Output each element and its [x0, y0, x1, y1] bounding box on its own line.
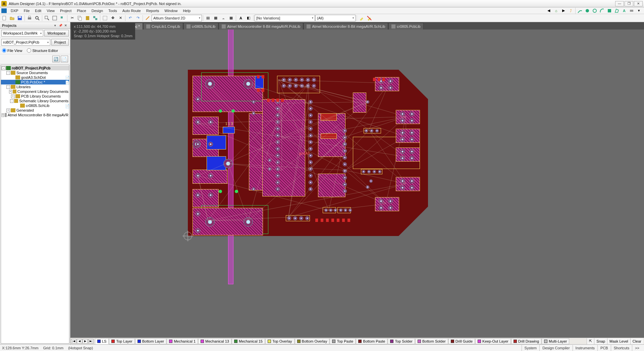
crossprobe-icon[interactable] — [144, 15, 151, 21]
layer-last-icon[interactable]: ▶| — [88, 339, 94, 344]
tree-node[interactable]: PCB.PcbDoc *📄 — [1, 80, 69, 84]
layer-tool-snap[interactable]: Snap — [594, 338, 607, 344]
layer-toggle-icon[interactable]: ◧ — [245, 15, 252, 21]
menu-design[interactable]: Design — [89, 8, 106, 13]
layer-tab[interactable]: Drill Guide — [448, 338, 475, 344]
doc-tab[interactable]: CmpLib1.CmpLib — [143, 23, 183, 30]
file-view-radio[interactable]: File View — [2, 48, 22, 53]
save-icon[interactable] — [16, 15, 23, 21]
project-tree[interactable]: -roBOT_Project.PrjPcb-Source Documentsgo… — [1, 65, 69, 344]
pcb-canvas[interactable]: 1 1 3 gostA3 — [70, 30, 644, 338]
status-btn-design-compiler[interactable]: Design Compiler — [539, 345, 572, 351]
place-component-icon[interactable] — [628, 7, 635, 14]
align-top-icon[interactable]: ▦ — [212, 15, 219, 21]
align-dist-h-icon[interactable]: ⫠ — [220, 15, 227, 21]
close-button[interactable]: ✕ — [634, 1, 643, 6]
layer-tool-mask-level[interactable]: Mask Level — [607, 338, 630, 344]
variations-combo[interactable]: [No Variations] — [255, 15, 315, 21]
layer-prev-icon[interactable]: ◀ — [77, 339, 82, 344]
dxp-icon[interactable] — [1, 8, 7, 13]
place-string-icon[interactable]: A — [621, 7, 628, 14]
open-icon[interactable] — [8, 15, 16, 21]
menu-auto-route[interactable]: Auto Route — [120, 8, 144, 13]
tree-expander-icon[interactable]: - — [6, 85, 10, 89]
tree-node[interactable]: cr0805.SchLib📄 — [1, 103, 69, 108]
place-dropdown-icon[interactable]: ▾ — [635, 7, 643, 14]
layer-tab[interactable]: Mechanical 13 — [198, 338, 231, 344]
layer-tab[interactable]: Top Overlay — [265, 338, 294, 344]
move-icon[interactable]: ✥ — [109, 15, 116, 21]
layer-tool-clear[interactable]: Clear — [630, 338, 643, 344]
print-icon[interactable] — [26, 15, 33, 21]
tree-expander-icon[interactable]: + — [11, 95, 15, 98]
doc-tab[interactable]: cr0805.SchLib — [183, 23, 218, 30]
highlight-icon[interactable] — [358, 15, 365, 21]
menu-edit[interactable]: Edit — [32, 8, 44, 13]
doc-tab[interactable]: Atmel Microcontroller 8-Bit megaAVR.SchL… — [304, 23, 388, 30]
new-doc-icon[interactable] — [1, 15, 8, 21]
filter-all-combo[interactable]: (All) — [315, 15, 356, 21]
maximize-button[interactable]: ❐ — [625, 1, 633, 6]
tree-node[interactable]: +Atmel Microcontroller 8-Bit megaAVR — [1, 113, 69, 117]
place-track-icon[interactable] — [576, 7, 584, 14]
project-button[interactable]: Project — [51, 39, 69, 46]
clear-highlight-icon[interactable] — [366, 15, 373, 21]
tree-expander-icon[interactable]: + — [6, 109, 10, 112]
place-fill-icon[interactable] — [606, 7, 613, 14]
doc-tab[interactable]: cr0805.PcbLib — [388, 23, 423, 30]
place-via-icon[interactable] — [591, 7, 598, 14]
layer-tab[interactable]: Bottom Overlay — [295, 338, 330, 344]
layer-tab[interactable]: Multi-Layer — [542, 338, 569, 344]
place-polygon-icon[interactable] — [613, 7, 621, 14]
layer-tab[interactable]: Mechanical 15 — [232, 338, 265, 344]
zoom-fit-icon[interactable] — [51, 15, 58, 21]
panel-pin-icon[interactable]: 📌 — [58, 23, 63, 28]
layer-tab[interactable]: Keep-Out Layer — [475, 338, 511, 344]
doc-tab[interactable]: Atmel Microcontroller 8-Bit megaAVR.PcbL… — [219, 23, 303, 30]
undo-icon[interactable]: ↶ — [126, 15, 134, 21]
tree-node[interactable]: gostA3.SchDot📄 — [1, 75, 69, 80]
tree-node[interactable]: -Source Documents — [1, 70, 69, 75]
refresh-tree-icon[interactable]: 🔄 — [52, 56, 60, 62]
menu-project[interactable]: Project — [57, 8, 74, 13]
layer-first-icon[interactable]: |◀ — [71, 339, 76, 344]
tree-node[interactable]: -Schematic Library Documents — [1, 99, 69, 103]
view-mode-combo[interactable]: Altium Standard 2D — [152, 15, 202, 21]
status-btn--[interactable]: >> — [632, 345, 642, 351]
tree-expander-icon[interactable]: + — [2, 113, 4, 117]
tree-expander-icon[interactable]: - — [6, 71, 10, 75]
layer-scroll-icon[interactable]: ⇱ — [587, 338, 594, 344]
status-btn-system[interactable]: System — [522, 345, 540, 351]
preview-icon[interactable] — [34, 15, 41, 21]
deselect-icon[interactable]: ✕ — [117, 15, 124, 21]
zoom-area-icon[interactable] — [43, 15, 51, 21]
status-btn-instruments[interactable]: Instruments — [573, 345, 597, 351]
menu-place[interactable]: Place — [74, 8, 89, 13]
workspace-button[interactable]: Workspace — [44, 30, 69, 37]
layer-next-icon[interactable]: ▶ — [83, 339, 88, 344]
tree-node[interactable]: -Libraries — [1, 84, 69, 89]
structure-editor-radio[interactable]: Structure Editor — [27, 48, 58, 53]
tree-node[interactable]: -roBOT_Project.PrjPcb — [1, 66, 69, 70]
minimize-button[interactable]: — — [615, 1, 624, 6]
status-btn-pcb[interactable]: PCB — [597, 345, 611, 351]
layer-tab[interactable]: Bottom Solder — [415, 338, 448, 344]
menu-file[interactable]: File — [21, 8, 33, 13]
duplicate-icon[interactable] — [92, 15, 99, 21]
menu-reports[interactable]: Reports — [144, 8, 162, 13]
layer-tab[interactable]: Top Layer — [109, 338, 135, 344]
panel-dropdown-icon[interactable]: ▾ — [53, 23, 57, 28]
layer-tab[interactable]: Drill Drawing — [511, 338, 541, 344]
select-rect-icon[interactable] — [101, 15, 109, 21]
layer-tab[interactable]: Mechanical 1 — [167, 338, 198, 344]
paste-icon[interactable] — [84, 15, 91, 21]
workspace-combo[interactable]: Workspace1.DsnWrk — [1, 30, 43, 37]
status-btn-shortcuts[interactable]: Shortcuts — [611, 345, 632, 351]
redo-icon[interactable]: ↷ — [134, 15, 142, 21]
panel-close-icon[interactable]: ✕ — [63, 23, 68, 28]
zoom-selected-icon[interactable] — [59, 15, 66, 21]
tree-expander-icon[interactable]: - — [2, 66, 5, 70]
layer-tab[interactable]: Top Paste — [330, 338, 356, 344]
nav-home-button[interactable]: ⌂ — [552, 7, 560, 14]
layer-tab[interactable]: Bottom Layer — [135, 338, 166, 344]
